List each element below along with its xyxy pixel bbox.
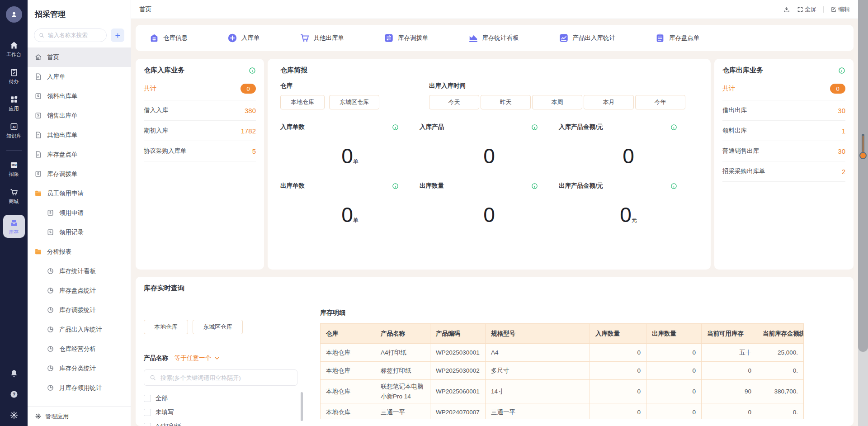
col-available-stock[interactable]: 当前可用库存 bbox=[702, 324, 757, 344]
sidebar-item-inbound-order[interactable]: 入库单 bbox=[28, 67, 131, 86]
info-icon[interactable] bbox=[392, 124, 399, 131]
warehouse-filter-local[interactable]: 本地仓库 bbox=[280, 95, 325, 109]
sidebar-item-requisition-record[interactable]: 领用记录 bbox=[28, 222, 131, 242]
checkbox[interactable] bbox=[144, 395, 151, 402]
sidebar-item-sales-outbound[interactable]: 销售出库单 bbox=[28, 106, 131, 125]
user-avatar[interactable] bbox=[6, 6, 22, 23]
info-icon[interactable] bbox=[392, 183, 399, 189]
query-warehouse-local[interactable]: 本地仓库 bbox=[144, 320, 188, 334]
sidebar-item-product-io-stats[interactable]: 产品出入库统计 bbox=[28, 320, 131, 339]
stat-row[interactable]: 普通销售出库 30 bbox=[722, 141, 845, 161]
gear-icon[interactable] bbox=[9, 411, 19, 420]
quick-other-outbound[interactable]: 其他出库单 bbox=[300, 33, 344, 43]
option-unfilled[interactable]: 未填写 bbox=[144, 405, 303, 419]
time-filter-yesterday[interactable]: 昨天 bbox=[481, 95, 531, 109]
time-filter-year[interactable]: 今年 bbox=[635, 95, 685, 109]
sidebar-item-monthly-requisition-stats[interactable]: 月库存领用统计 bbox=[28, 378, 131, 398]
bell-icon[interactable] bbox=[9, 369, 19, 378]
time-filter-week[interactable]: 本周 bbox=[532, 95, 582, 109]
rail-item-srm[interactable]: SRM 招采 bbox=[9, 161, 19, 177]
stat-row[interactable]: 期初入库 1782 bbox=[144, 121, 256, 141]
sidebar-item-warehouse-analysis[interactable]: 仓库经营分析 bbox=[28, 339, 131, 359]
product-search-input[interactable] bbox=[160, 374, 292, 382]
quick-inbound-order[interactable]: 入库单 bbox=[227, 33, 260, 43]
quick-transfer-order[interactable]: 库存调拨单 bbox=[384, 33, 429, 43]
rail-item-mall[interactable]: 商城 bbox=[9, 188, 19, 204]
topbar-divider bbox=[823, 6, 824, 13]
sidebar-item-transfer-order[interactable]: 库存调拨单 bbox=[28, 164, 131, 184]
help-icon[interactable]: ? bbox=[9, 390, 19, 399]
info-icon[interactable] bbox=[249, 67, 256, 74]
fullscreen-button[interactable]: 全屏 bbox=[797, 5, 816, 14]
sidebar-folder-employee-requisition[interactable]: 员工领用申请 bbox=[28, 184, 131, 203]
info-icon[interactable] bbox=[670, 183, 677, 189]
sidebar-item-stock-category-stats[interactable]: 库存分类统计 bbox=[28, 359, 131, 378]
table-row[interactable]: 本地仓库A4打印纸WP2025030001A4 00五十25,000. bbox=[321, 344, 804, 362]
menu-label: 仓库经营分析 bbox=[59, 345, 96, 353]
warehouse-filter-dongcheng[interactable]: 东城区仓库 bbox=[329, 95, 379, 109]
info-icon[interactable] bbox=[531, 183, 538, 189]
col-inbound-qty[interactable]: 入库数量 bbox=[590, 324, 646, 344]
total-label: 共计 bbox=[722, 85, 735, 93]
quick-stocktake-order[interactable]: 库存盘点单 bbox=[655, 33, 700, 43]
page-scrollbar-track[interactable] bbox=[858, 0, 868, 426]
filter-label: 仓库 bbox=[280, 82, 379, 90]
transfer-icon bbox=[384, 33, 394, 43]
sidebar-item-home[interactable]: 首页 bbox=[28, 47, 131, 67]
page-scrollbar-thumb[interactable] bbox=[858, 0, 868, 352]
col-spec[interactable]: 规格型号 bbox=[486, 324, 590, 344]
col-product-name[interactable]: 产品名称 bbox=[375, 324, 430, 344]
stat-row[interactable]: 借入入库 380 bbox=[144, 100, 256, 121]
col-product-code[interactable]: 产品编码 bbox=[430, 324, 486, 344]
sidebar-item-requisition-apply[interactable]: 领用申请 bbox=[28, 203, 131, 222]
add-button[interactable] bbox=[111, 28, 124, 42]
thermometer-icon[interactable] bbox=[859, 133, 867, 160]
sidebar-item-stock-dashboard[interactable]: 库存统计看板 bbox=[28, 261, 131, 281]
sidebar-search-box[interactable] bbox=[34, 28, 107, 42]
stat-row[interactable]: 借出出库 30 bbox=[722, 100, 845, 121]
option-a4-paper[interactable]: A4打印纸 bbox=[144, 419, 303, 426]
quick-product-io-stats[interactable]: 产品出入库统计 bbox=[559, 33, 616, 43]
table-row[interactable]: 本地仓库联想笔记本电脑小新Pro 14WP202506000114寸 00903… bbox=[321, 380, 804, 403]
table-row[interactable]: 本地仓库标签打印纸WP2025030002多尺寸 0000. bbox=[321, 362, 804, 380]
col-warehouse[interactable]: 仓库 bbox=[321, 324, 375, 344]
sidebar-item-other-outbound[interactable]: 其他出库单 bbox=[28, 125, 131, 145]
time-filter-month[interactable]: 本月 bbox=[584, 95, 634, 109]
checkbox[interactable] bbox=[144, 409, 151, 416]
sidebar-item-transfer-stats[interactable]: 库存调拨统计 bbox=[28, 300, 131, 320]
download-icon[interactable] bbox=[783, 6, 790, 13]
query-warehouse-dongcheng[interactable]: 东城区仓库 bbox=[193, 320, 243, 334]
sidebar-item-stocktake-order[interactable]: 库存盘点单 bbox=[28, 145, 131, 164]
sidebar-search-input[interactable] bbox=[47, 32, 102, 39]
rail-item-apps[interactable]: 应用 bbox=[9, 95, 19, 111]
col-stock-amount[interactable]: 当前库存金额统计 bbox=[757, 324, 804, 344]
rail-item-inventory[interactable]: 库存 bbox=[3, 215, 25, 238]
product-search-box[interactable] bbox=[144, 369, 297, 386]
rail-item-workbench[interactable]: 工作台 bbox=[6, 41, 21, 57]
stat-row[interactable]: 领料出库 1 bbox=[722, 121, 845, 141]
form-icon bbox=[34, 170, 42, 178]
rail-item-todo[interactable]: 待办 bbox=[9, 68, 19, 84]
stat-row[interactable]: 招采采购出库单 2 bbox=[722, 161, 845, 182]
manage-app-button[interactable]: 管理应用 bbox=[28, 406, 131, 426]
time-filter-today[interactable]: 今天 bbox=[429, 95, 479, 109]
operator-dropdown[interactable]: 等于任意一个 bbox=[175, 354, 220, 362]
sidebar-item-material-outbound[interactable]: 领料出库单 bbox=[28, 86, 131, 106]
option-list-scrollbar[interactable] bbox=[301, 392, 303, 421]
info-icon[interactable] bbox=[531, 124, 538, 131]
page-content: 仓库信息 入库单 其他出库单 库存调拨单 库存统计看板 bbox=[131, 19, 858, 426]
edit-button[interactable]: 编辑 bbox=[830, 5, 850, 14]
quick-stock-dashboard[interactable]: 库存统计看板 bbox=[468, 33, 519, 43]
stat-row[interactable]: 协议采购入库单 5 bbox=[144, 141, 256, 161]
option-all[interactable]: 全部 bbox=[144, 391, 303, 405]
sidebar-folder-analysis-reports[interactable]: 分析报表 bbox=[28, 242, 131, 261]
info-icon[interactable] bbox=[838, 67, 845, 74]
rail-item-knowledge[interactable]: AI 知识库 bbox=[6, 122, 21, 138]
col-outbound-qty[interactable]: 出库数量 bbox=[646, 324, 702, 344]
checkbox[interactable] bbox=[144, 423, 151, 426]
quick-warehouse-info[interactable]: 仓库信息 bbox=[149, 33, 188, 43]
table-row[interactable]: 本地仓库三通一平WP2024070007三通一平 0000. bbox=[321, 403, 804, 419]
info-icon[interactable] bbox=[670, 124, 677, 131]
pie-chart-icon bbox=[47, 364, 54, 372]
sidebar-item-stocktake-stats[interactable]: 库存盘点统计 bbox=[28, 281, 131, 300]
